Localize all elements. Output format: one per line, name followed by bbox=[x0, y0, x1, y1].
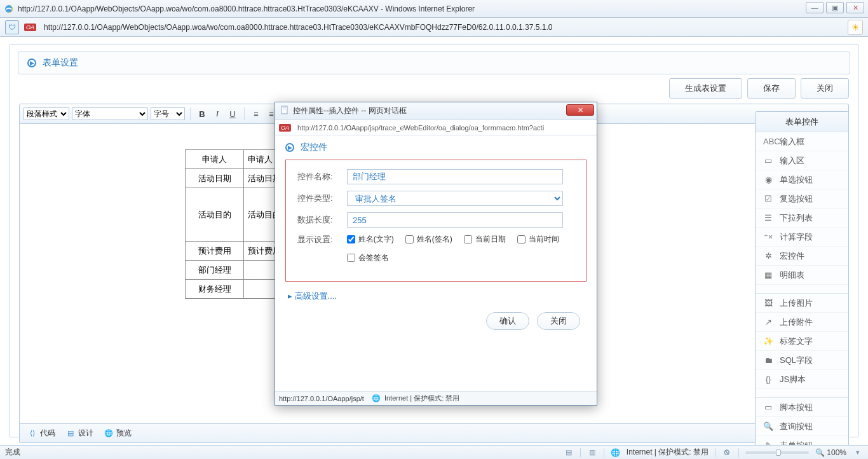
table-row[interactable]: 部门经理 bbox=[186, 261, 285, 280]
sidebar-item[interactable]: ▦明细表 bbox=[756, 266, 848, 285]
preview-icon: 🌐 bbox=[104, 428, 113, 438]
sidebar-item-icon: 🖿 bbox=[763, 355, 773, 365]
sidebar-item-icon: ✲ bbox=[763, 251, 773, 261]
checkbox-input[interactable] bbox=[347, 254, 355, 262]
sidebar-item-label: 脚本按钮 bbox=[780, 402, 813, 413]
oa-badge-icon: OA bbox=[279, 124, 291, 132]
globe-icon: 🌐 bbox=[611, 448, 620, 457]
tab-preview[interactable]: 🌐预览 bbox=[104, 428, 132, 439]
control-name-input[interactable] bbox=[347, 169, 563, 184]
checkbox-label: 会签签名 bbox=[358, 252, 389, 263]
dialog-close-button[interactable]: ✕ bbox=[566, 104, 594, 116]
tab-label: 设计 bbox=[78, 428, 93, 439]
design-icon: ▤ bbox=[65, 428, 75, 438]
paragraph-dropdown[interactable]: 段落样式 bbox=[24, 107, 69, 120]
sidebar-item-label: 标签文字 bbox=[780, 336, 813, 347]
status-zone: Internet | 保护模式: 禁用 bbox=[627, 447, 709, 458]
sidebar-separator bbox=[756, 389, 848, 398]
sidebar-item[interactable]: ▭输入区 bbox=[756, 151, 848, 170]
bold-button[interactable]: B bbox=[196, 107, 208, 120]
svg-rect-2 bbox=[281, 106, 287, 114]
display-option-checkbox[interactable]: 姓名(文字) bbox=[347, 234, 394, 245]
underline-button[interactable]: U bbox=[226, 107, 239, 120]
zoom-slider[interactable] bbox=[745, 451, 809, 454]
compat-view-icon[interactable]: ☀ bbox=[848, 20, 863, 35]
row-label: 活动日期 bbox=[186, 169, 244, 188]
status-icon[interactable]: ▤ bbox=[564, 448, 574, 458]
table-row[interactable]: 活动日期活动日期 bbox=[186, 169, 285, 188]
save-button[interactable]: 保存 bbox=[747, 78, 796, 99]
sidebar-item[interactable]: ABC输入框 bbox=[756, 132, 848, 151]
dialog-cancel-button[interactable]: 关闭 bbox=[537, 312, 580, 330]
status-done: 完成 bbox=[5, 447, 20, 458]
dialog-section-header: ▶ 宏控件 bbox=[285, 142, 587, 153]
display-option-checkbox[interactable]: 当前时间 bbox=[517, 234, 559, 245]
sidebar-item-label: 下拉列表 bbox=[780, 212, 813, 224]
table-row[interactable]: 申请人申请人 bbox=[186, 150, 285, 169]
address-url[interactable]: http://127.0.0.1/OAapp/WebObjects/OAapp.… bbox=[44, 23, 552, 32]
display-option-checkbox[interactable]: 当前日期 bbox=[464, 234, 506, 245]
dialog-titlebar[interactable]: 控件属性--插入控件 -- 网页对话框 ✕ bbox=[275, 102, 597, 120]
form-table[interactable]: 申请人申请人活动日期活动日期活动目的活动目的预计费用预计费用部门经理财务经理 bbox=[185, 149, 285, 299]
sidebar-item-icon: ⁺× bbox=[763, 232, 773, 242]
sidebar-title: 表单控件 bbox=[756, 112, 848, 132]
tab-code[interactable]: ⟨⟩代码 bbox=[27, 428, 55, 439]
zoom-dropdown-icon[interactable]: ▾ bbox=[853, 448, 863, 458]
control-type-select[interactable]: 审批人签名 bbox=[347, 191, 563, 206]
window-maximize-button[interactable]: ▣ bbox=[826, 2, 844, 13]
table-row[interactable]: 活动目的活动目的 bbox=[186, 188, 285, 242]
code-icon: ⟨⟩ bbox=[27, 428, 37, 438]
dialog-ok-button[interactable]: 确认 bbox=[486, 312, 529, 330]
sidebar-item[interactable]: 🔍查询按钮 bbox=[756, 417, 848, 436]
italic-button[interactable]: I bbox=[211, 107, 224, 120]
sidebar-item[interactable]: ⁺×计算字段 bbox=[756, 228, 848, 247]
checkbox-input[interactable] bbox=[517, 235, 526, 243]
sidebar-item[interactable]: ▭脚本按钮 bbox=[756, 398, 848, 417]
sidebar-item[interactable]: ◉单选按钮 bbox=[756, 170, 848, 189]
sidebar-item-icon: 🖾 bbox=[763, 298, 773, 308]
display-option-checkbox[interactable]: 会签签名 bbox=[347, 252, 389, 263]
sidebar-item[interactable]: ☰下拉列表 bbox=[756, 209, 848, 228]
status-icon[interactable]: ▥ bbox=[587, 448, 597, 458]
dialog-section-title: 宏控件 bbox=[301, 142, 327, 153]
sidebar-item-icon: {} bbox=[763, 374, 773, 384]
svg-rect-4 bbox=[283, 109, 286, 109]
table-row[interactable]: 预计费用预计费用 bbox=[186, 242, 285, 261]
security-shield-icon[interactable]: 🛡 bbox=[5, 20, 19, 34]
checkbox-input[interactable] bbox=[347, 235, 355, 243]
data-length-label: 数据长度: bbox=[297, 214, 338, 226]
controls-sidebar: 表单控件 ABC输入框▭输入区◉单选按钮☑复选按钮☰下拉列表⁺×计算字段✲宏控件… bbox=[755, 111, 849, 452]
advanced-settings-link[interactable]: ▸ 高级设置.... bbox=[288, 291, 587, 302]
sidebar-item-icon: ☑ bbox=[763, 194, 773, 203]
control-type-label: 控件类型: bbox=[297, 193, 338, 204]
data-length-input[interactable] bbox=[347, 212, 563, 228]
sidebar-item[interactable]: 🖿SQL字段 bbox=[756, 351, 848, 370]
display-option-checkbox[interactable]: 姓名(签名) bbox=[405, 234, 452, 245]
fontsize-dropdown[interactable]: 字号 bbox=[151, 107, 185, 120]
close-button[interactable]: 关闭 bbox=[801, 78, 849, 99]
page-title: 表单设置 bbox=[43, 57, 78, 69]
checkbox-label: 姓名(文字) bbox=[358, 234, 394, 245]
sidebar-item-label: 上传附件 bbox=[780, 317, 813, 328]
dialog-form-box: 控件名称: 控件类型: 审批人签名 数据长度: 显示设置: 姓名(文字)姓名(签… bbox=[285, 160, 587, 282]
window-minimize-button[interactable]: — bbox=[806, 2, 824, 13]
sidebar-item[interactable]: {}JS脚本 bbox=[756, 370, 848, 389]
sidebar-item-icon: ▭ bbox=[763, 156, 773, 165]
sidebar-item[interactable]: ✲宏控件 bbox=[756, 247, 848, 266]
checkbox-label: 姓名(签名) bbox=[417, 234, 452, 245]
sidebar-item[interactable]: ☑复选按钮 bbox=[756, 189, 848, 209]
window-close-button[interactable]: ✕ bbox=[846, 2, 864, 13]
sidebar-item-label: 复选按钮 bbox=[780, 193, 813, 205]
protected-mode-icon[interactable]: 🛇 bbox=[722, 448, 732, 458]
sidebar-item[interactable]: ↗上传附件 bbox=[756, 313, 848, 332]
checkbox-input[interactable] bbox=[464, 235, 472, 243]
sidebar-item-icon: ▦ bbox=[763, 270, 773, 280]
font-dropdown[interactable]: 字体 bbox=[72, 107, 148, 120]
table-row[interactable]: 财务经理 bbox=[186, 280, 285, 299]
sidebar-item[interactable]: 🖾上传图片 bbox=[756, 294, 848, 313]
align-left-icon[interactable]: ≡ bbox=[250, 107, 262, 120]
tab-design[interactable]: ▤设计 bbox=[65, 428, 93, 439]
sidebar-item[interactable]: ✨标签文字 bbox=[756, 332, 848, 351]
generate-button[interactable]: 生成表设置 bbox=[669, 78, 742, 99]
checkbox-input[interactable] bbox=[405, 235, 414, 243]
